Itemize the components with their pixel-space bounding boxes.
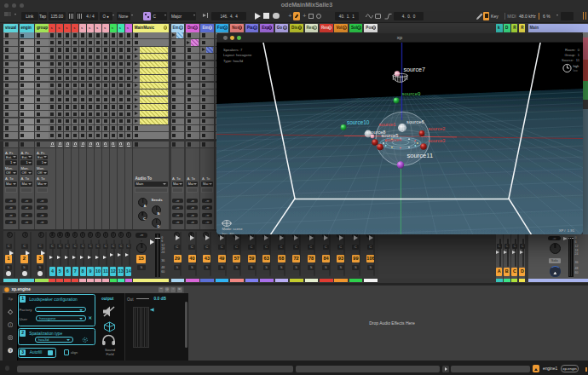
svg-text:source11: source11 bbox=[407, 152, 434, 159]
svg-text:source10: source10 bbox=[347, 119, 370, 125]
svg-text:source9: source9 bbox=[402, 90, 422, 96]
svg-text:source4: source4 bbox=[385, 137, 401, 142]
svg-text:Source: 11: Source: 11 bbox=[562, 58, 580, 62]
svg-text:source1: source1 bbox=[379, 122, 396, 127]
svg-text:low: low bbox=[574, 69, 579, 72]
svg-text:Type: hoa3d: Type: hoa3d bbox=[223, 59, 244, 63]
svg-text:fps: 60: fps: 60 bbox=[222, 232, 234, 235]
svg-text:source6: source6 bbox=[406, 119, 424, 124]
svg-text:source3: source3 bbox=[429, 138, 446, 143]
svg-text:?: ? bbox=[9, 349, 12, 353]
svg-text:Layout: hexagone: Layout: hexagone bbox=[223, 53, 252, 57]
svg-text:high: high bbox=[574, 65, 579, 68]
svg-text:source7: source7 bbox=[404, 66, 426, 73]
svg-text:Mode: scene: Mode: scene bbox=[222, 227, 244, 231]
svg-text:XP / 1.91: XP / 1.91 bbox=[559, 228, 575, 233]
svg-text:Speakers: 7: Speakers: 7 bbox=[223, 48, 243, 52]
svg-text:Room: 0: Room: 0 bbox=[565, 48, 580, 52]
svg-text:i: i bbox=[9, 323, 10, 327]
svg-text:source2: source2 bbox=[429, 126, 446, 131]
svg-text:Group: 1: Group: 1 bbox=[565, 53, 580, 57]
